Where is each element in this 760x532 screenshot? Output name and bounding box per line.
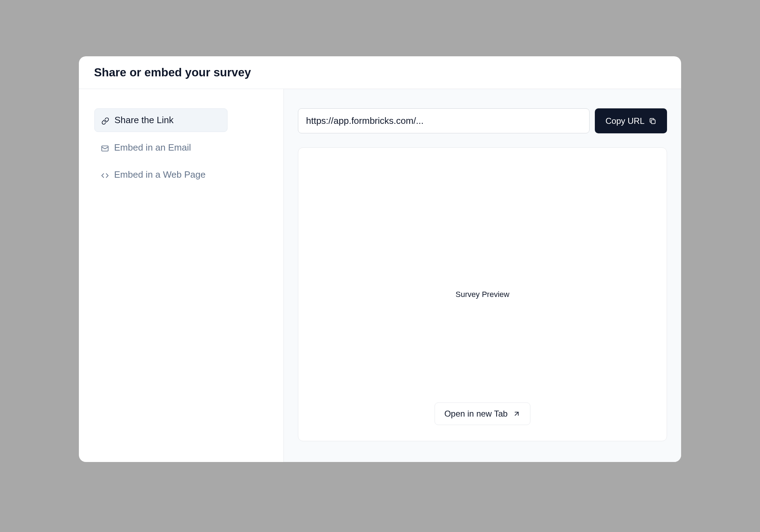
copy-button-label: Copy URL: [605, 116, 644, 126]
share-modal: Share or embed your survey Share the Lin…: [79, 56, 681, 462]
open-tab-label: Open in new Tab: [444, 409, 508, 419]
sidebar-item-share-link[interactable]: Share the Link: [94, 108, 228, 132]
modal-title: Share or embed your survey: [94, 66, 666, 79]
code-icon: [101, 171, 109, 179]
sidebar-item-label: Embed in a Web Page: [114, 169, 206, 180]
link-icon: [101, 116, 109, 124]
url-input[interactable]: [298, 108, 590, 133]
copy-url-button[interactable]: Copy URL: [595, 108, 667, 133]
main-content: Copy URL Survey Preview Open in new Tab: [284, 89, 681, 462]
open-new-tab-button[interactable]: Open in new Tab: [435, 403, 531, 425]
svg-rect-0: [102, 146, 108, 151]
arrow-up-right-icon: [513, 410, 521, 418]
preview-label: Survey Preview: [456, 290, 510, 299]
svg-rect-1: [651, 120, 655, 124]
modal-body: Share the Link Embed in an Email: [79, 89, 681, 462]
sidebar-item-embed-email[interactable]: Embed in an Email: [94, 136, 268, 159]
url-row: Copy URL: [298, 108, 667, 133]
sidebar-item-label: Embed in an Email: [114, 142, 191, 153]
sidebar-item-embed-webpage[interactable]: Embed in a Web Page: [94, 163, 268, 186]
sidebar: Share the Link Embed in an Email: [79, 89, 284, 462]
modal-header: Share or embed your survey: [79, 56, 681, 89]
svg-line-2: [515, 412, 518, 415]
preview-panel: Survey Preview Open in new Tab: [298, 147, 667, 441]
mail-icon: [101, 144, 109, 152]
sidebar-item-label: Share the Link: [114, 115, 174, 126]
copy-icon: [649, 117, 656, 125]
